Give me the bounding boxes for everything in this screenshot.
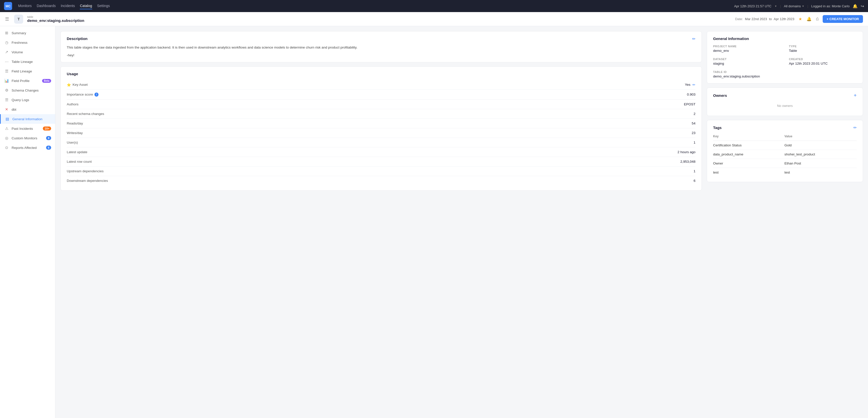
sidebar-label-summary: Summary [11,31,26,35]
summary-icon: ⊞ [4,31,9,35]
past-incidents-badge: 10+ [43,127,51,131]
tag-key-0: Certification Status [713,141,784,150]
breadcrumb-text: table demo_env:staging.subscription [27,15,84,23]
importance-info-icon[interactable]: i [94,93,98,97]
freshness-icon: ◷ [4,40,9,45]
nav-monitors[interactable]: Monitors [18,3,32,9]
sidebar-item-summary[interactable]: ⊞ Summary [0,28,55,38]
sidebar-item-dbt[interactable]: ✕ dbt [0,105,55,114]
key-asset-edit-icon[interactable]: ✏ [692,83,695,87]
usage-value-row-count: 2,953,048 [680,160,695,164]
info-project-name: PROJECT NAME demo_env [713,45,781,53]
info-type: TYPE Table [789,45,857,53]
datetime-chevron[interactable]: ▼ [775,5,777,7]
info-created-label: CREATED [789,58,857,61]
sidebar-item-general-information[interactable]: ▤ General Information [0,114,55,124]
usage-row-schema-changes: Recent schema changes 2 [67,109,695,119]
nav-right: Apr 12th 2023 21:57 UTC ▼ | All domains … [734,4,864,8]
beta-badge: Beta [42,79,51,83]
logout-icon[interactable]: ↪ [861,4,864,8]
star-icon[interactable]: ★ [798,15,803,23]
usage-row-authors: Authors EPOST [67,100,695,109]
sidebar-item-field-lineage[interactable]: ☰ Field Lineage [0,66,55,76]
tags-header: Tags ✏ [713,125,857,130]
domain-selector[interactable]: All domains ▼ [784,4,804,8]
nav-dashboards[interactable]: Dashboards [37,3,56,9]
create-monitor-button[interactable]: + CREATE MONITOR [823,15,863,23]
sidebar-item-past-incidents[interactable]: ⚠ Past Incidents 10+ [0,124,55,133]
sidebar-item-volume[interactable]: ↗ Volume [0,47,55,57]
sidebar-label-schema-changes: Schema Changes [11,89,38,92]
usage-label-latest-update: Latest update [67,150,678,154]
nav-incidents[interactable]: Incidents [61,3,75,9]
right-panel: General Information PROJECT NAME demo_en… [707,31,863,413]
alert-icon[interactable]: 🔔 [806,15,813,23]
usage-row-row-count: Latest row count 2,953,048 [67,157,695,167]
sidebar-item-field-profile[interactable]: 📊 Field Profile Beta [0,76,55,85]
tag-row-3: test test [713,168,857,177]
usage-value-authors: EPOST [684,102,695,106]
sidebar-item-custom-monitors[interactable]: ◎ Custom Monitors 8 [0,133,55,143]
usage-label-importance: Importance score i [67,93,687,97]
sidebar-item-freshness[interactable]: ◷ Freshness [0,38,55,47]
volume-icon: ↗ [4,50,9,54]
tag-value-0: Gold [784,141,857,150]
usage-value-key-asset: Yes [685,83,690,86]
sidebar-item-reports-affected[interactable]: ⊙ Reports Affected 6 [0,143,55,152]
notification-icon[interactable]: 🔔 [852,4,858,8]
usage-label-authors: Authors [67,102,684,106]
sidebar-item-query-logs[interactable]: ☰ Query Logs [0,95,55,105]
usage-value-upstream: 1 [693,169,695,173]
sidebar-label-volume: Volume [11,50,23,54]
hamburger-icon[interactable]: ☰ [5,16,9,22]
info-table-id-value: demo_env:staging.subscription [713,74,857,78]
share-icon[interactable]: ⎙ [815,16,819,23]
dbt-icon: ✕ [4,107,9,112]
date-to[interactable]: Apr 12th 2023 [774,17,795,21]
tags-title: Tags [713,126,722,130]
description-edit-icon[interactable]: ✏ [692,36,695,41]
usage-value-users: 1 [693,141,695,144]
general-info-icon: ▤ [5,117,10,121]
sidebar-item-table-lineage[interactable]: ⋯ Table Lineage [0,57,55,66]
nav-settings[interactable]: Settings [97,3,110,9]
sidebar-item-schema-changes[interactable]: ⚙ Schema Changes [0,85,55,95]
info-table-id: TABLE ID demo_env:staging.subscription [713,70,857,78]
usage-row-key-asset: ⭐ Key Asset Yes ✏ [67,80,695,90]
content-area: Description ✏ This table stages the raw … [55,26,868,418]
usage-value-reads: 54 [692,121,695,125]
info-created: CREATED Apr 12th 2023 20:01 UTC [789,58,857,65]
table-avatar: T [14,14,23,24]
info-project-name-label: PROJECT NAME [713,45,781,48]
usage-row-reads: Reads/day 54 [67,119,695,128]
tag-row-0: Certification Status Gold [713,141,857,150]
usage-value-downstream: 6 [693,179,695,183]
tags-edit-icon[interactable]: ✏ [854,125,857,130]
tag-key-1: data_product_name [713,150,784,159]
tag-key-2: Owner [713,159,784,168]
custom-monitors-icon: ◎ [4,136,9,140]
custom-monitors-badge: 8 [46,136,51,140]
no-owners-text: No owners [713,101,857,111]
sidebar-label-field-lineage: Field Lineage [11,69,32,73]
tag-row-1: data_product_name shohei_test_product [713,150,857,159]
description-card: Description ✏ This table stages the raw … [60,31,702,62]
sidebar-label-freshness: Freshness [11,41,27,44]
usage-label-upstream: Upstream dependencies [67,169,693,173]
info-project-name-value: demo_env [713,49,781,53]
info-dataset-label: DATASET [713,58,781,61]
date-from[interactable]: Mar 22nd 2023 [745,17,767,21]
usage-row-downstream: Downstream dependencies 6 [67,176,695,185]
date-range: Date: Mar 22nd 2023 to Apr 12th 2023 [735,17,794,21]
mc-logo: MC [4,2,12,10]
usage-row-latest-update: Latest update 2 hours ago [67,147,695,157]
usage-value-latest-update: 2 hours ago [678,150,695,154]
sidebar-label-dbt: dbt [11,108,17,111]
owners-card: Owners + No owners [707,88,863,116]
nav-catalog[interactable]: Catalog [80,3,92,9]
user-label: Logged in as: Monte Carlo [811,4,849,8]
breadcrumb-actions: Date: Mar 22nd 2023 to Apr 12th 2023 ★ 🔔… [735,15,863,23]
add-owner-button[interactable]: + [854,93,857,98]
owners-header: Owners + [713,93,857,98]
domain-chevron: ▼ [802,5,804,7]
